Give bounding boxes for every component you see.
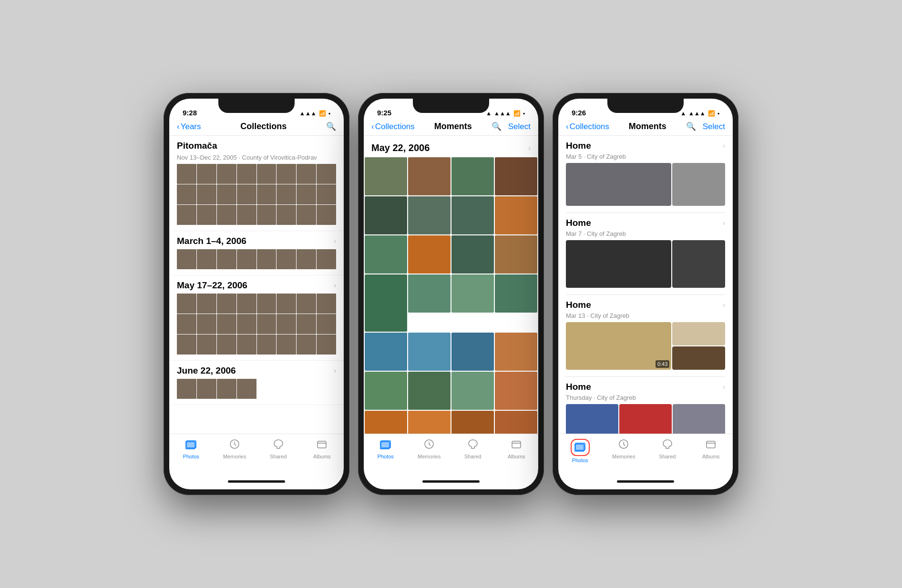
moment-cell[interactable] [495, 333, 537, 371]
moment-cell[interactable] [365, 196, 407, 234]
moment-photo-sm-3b[interactable] [672, 346, 725, 370]
nav-title-2: Moments [434, 122, 472, 132]
moment-cell[interactable] [365, 372, 407, 410]
moment-cell[interactable] [451, 333, 494, 371]
moment-title-3: Home [566, 300, 591, 310]
moment-cell[interactable] [408, 372, 451, 410]
mosaic-cell [197, 184, 216, 204]
moment-photo-sm-1[interactable] [672, 163, 725, 206]
moment-cell[interactable] [408, 196, 451, 234]
back-label-1[interactable]: Years [181, 122, 201, 132]
scroll-content-2[interactable]: May 22, 2006 › [364, 136, 538, 434]
mosaic-cell [277, 294, 296, 314]
mosaic-cell [317, 164, 336, 184]
moment-cell[interactable] [365, 411, 407, 434]
moment-cell[interactable] [451, 411, 494, 434]
moment-entry-2[interactable]: Home › Mar 7 · City of Zagreb [558, 213, 733, 294]
mosaic-cell [217, 379, 236, 399]
search-button-1[interactable]: 🔍 [326, 122, 336, 132]
mosaic-march [177, 249, 336, 269]
moment-entry-3[interactable]: Home › Mar 13 · City of Zagreb 0:43 [558, 295, 733, 376]
moment-cell[interactable] [451, 157, 494, 195]
select-button-2[interactable]: Select [508, 122, 531, 132]
moment-cell[interactable] [451, 196, 494, 234]
wifi-icon-3: 📶 [708, 110, 715, 117]
moment-cell[interactable] [365, 235, 407, 274]
notch-2 [413, 99, 489, 113]
tab-memories-2[interactable]: Memories [408, 439, 451, 459]
mosaic-cell [277, 184, 296, 204]
moment-photo-main-1[interactable] [566, 163, 671, 206]
moment-entry-1[interactable]: Home › Mar 5 · City of Zagreb [558, 136, 733, 213]
tab-memories-3[interactable]: Memories [602, 439, 646, 459]
home-indicator-2 [422, 480, 480, 483]
moment-photo-shoe-2[interactable] [619, 404, 672, 434]
search-button-2[interactable]: 🔍 [492, 122, 502, 132]
moment-photo-shoe-1[interactable] [566, 404, 618, 434]
tab-bar-1: Photos Memories Shared [169, 434, 344, 473]
moment-cell[interactable] [408, 411, 451, 434]
tab-shared-label-2: Shared [464, 454, 481, 459]
moment-cell[interactable] [495, 372, 537, 410]
notch-1 [218, 99, 295, 113]
scroll-content-3[interactable]: Home › Mar 5 · City of Zagreb Home › [558, 136, 733, 434]
back-button-3[interactable]: ‹ Collections [566, 122, 609, 132]
moment-photo-shoe-3[interactable] [673, 404, 725, 434]
moment-cell[interactable] [365, 157, 407, 195]
mosaic-cell [277, 335, 296, 355]
moment-cell[interactable] [495, 274, 537, 313]
moment-cell[interactable] [495, 196, 537, 234]
tab-shared-2[interactable]: Shared [451, 439, 495, 459]
back-button-1[interactable]: ‹ Years [177, 122, 201, 132]
tab-photos-1[interactable]: Photos [169, 439, 213, 459]
scroll-content-1[interactable]: Pitomača Nov 13–Dec 22, 2005 · County of… [169, 136, 344, 434]
tab-photos-2[interactable]: Photos [364, 439, 408, 459]
tab-albums-1[interactable]: Albums [300, 439, 344, 459]
home-bar-1 [169, 473, 344, 489]
collection-pitomaca[interactable]: Pitomača Nov 13–Dec 22, 2005 · County of… [169, 136, 344, 231]
tab-albums-3[interactable]: Albums [689, 439, 733, 459]
back-label-2[interactable]: Collections [375, 122, 415, 132]
moment-cell[interactable] [495, 235, 537, 274]
mosaic-cell [177, 164, 196, 184]
mosaic-cell [297, 164, 316, 184]
tab-photos-3[interactable]: Photos [558, 439, 602, 463]
tab-albums-label-1: Albums [313, 454, 331, 459]
chevron-left-icon-1: ‹ [177, 122, 180, 132]
mosaic-cell [217, 249, 236, 269]
moment-photo-main-2[interactable] [566, 240, 671, 288]
mosaic-cell [317, 184, 336, 204]
moment-photo-sm-2[interactable] [672, 240, 725, 288]
tab-albums-2[interactable]: Albums [495, 439, 539, 459]
moment-cell[interactable] [451, 235, 494, 274]
moment-cell[interactable] [408, 333, 451, 371]
notch-3 [607, 99, 684, 113]
back-label-3[interactable]: Collections [570, 122, 609, 132]
tab-shared-3[interactable]: Shared [646, 439, 689, 459]
tab-memories-1[interactable]: Memories [213, 439, 257, 459]
select-button-3[interactable]: Select [703, 122, 725, 132]
moment-photo-sm-3a[interactable] [672, 322, 725, 345]
back-button-2[interactable]: ‹ Collections [371, 122, 415, 132]
collection-march[interactable]: March 1–4, 2006 › [169, 231, 344, 275]
collection-may[interactable]: May 17–22, 2006 › [169, 275, 344, 361]
search-button-3[interactable]: 🔍 [686, 122, 696, 132]
wifi-icon-1: 📶 [319, 110, 326, 117]
location-icon-2: ▲ [486, 110, 492, 117]
mosaic-cell [257, 164, 277, 184]
moment-cell[interactable] [495, 411, 537, 434]
moment-photo-main-3[interactable]: 0:43 [566, 322, 671, 370]
collection-june[interactable]: June 22, 2006 › [169, 361, 344, 405]
tab-shared-1[interactable]: Shared [256, 439, 300, 459]
moment-cell[interactable] [408, 235, 451, 274]
moment-cell[interactable] [408, 157, 451, 195]
moment-cell[interactable] [451, 274, 494, 313]
moment-cell[interactable] [495, 157, 537, 195]
moment-cell[interactable] [451, 372, 494, 410]
mosaic-cell [237, 164, 256, 184]
moment-cell[interactable] [408, 274, 451, 313]
moment-cell[interactable] [365, 274, 407, 332]
moment-entry-4[interactable]: Home › Thursday · City of Zagreb [558, 377, 733, 434]
mosaic-pitomaca [177, 164, 336, 225]
moment-cell[interactable] [365, 333, 407, 371]
